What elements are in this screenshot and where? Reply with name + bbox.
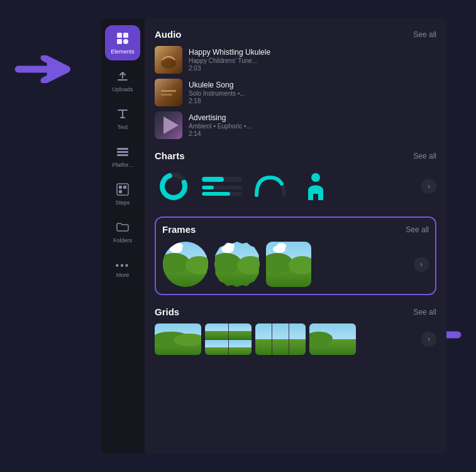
grids-section: Grids See all	[155, 306, 436, 355]
frames-chevron[interactable]: ›	[414, 257, 429, 272]
charts-section-header: Charts See all	[155, 150, 436, 161]
grids-row: ›	[155, 323, 436, 355]
steps-icon	[116, 183, 130, 198]
audio-see-all[interactable]: See all	[413, 30, 436, 39]
left-arrow	[13, 55, 75, 83]
svg-rect-8	[119, 186, 122, 189]
svg-rect-10	[119, 190, 122, 193]
audio-section-title: Audio	[155, 29, 182, 40]
chart-person[interactable]	[297, 167, 335, 205]
more-icon: •••	[116, 261, 130, 271]
svg-rect-2	[117, 39, 122, 44]
frame-scallop[interactable]	[214, 241, 260, 288]
audio-subtitle-2: Solo Instruments •...	[189, 90, 436, 97]
chart-progress[interactable]	[200, 167, 244, 205]
frames-row: ›	[162, 241, 429, 288]
charts-row: ›	[155, 167, 436, 205]
grids-section-title: Grids	[155, 306, 179, 317]
chart-donut[interactable]	[155, 167, 192, 205]
frame-rounded-rect[interactable]	[265, 241, 312, 288]
elements-label: Elements	[111, 48, 135, 55]
sidebar-item-more[interactable]: ••• More	[105, 252, 140, 287]
uploads-icon	[116, 69, 130, 85]
folders-label: Folders	[113, 237, 132, 244]
audio-section: Audio See all	[155, 29, 436, 139]
frames-section: Frames See all	[155, 216, 436, 295]
grid-item-1[interactable]	[155, 323, 201, 355]
audio-title-1: Happy Whistling Ukulele	[189, 48, 436, 57]
grid-item-3[interactable]	[255, 323, 306, 355]
audio-section-header: Audio See all	[155, 29, 436, 40]
svg-rect-15	[161, 94, 172, 96]
audio-info-1: Happy Whistling Ukulele Happy Childrens'…	[189, 48, 436, 72]
scene: Elements Uploads Text	[0, 0, 476, 472]
audio-subtitle-3: Ambient • Euphoric •...	[189, 123, 436, 130]
svg-rect-4	[117, 148, 128, 150]
svg-rect-1	[123, 33, 128, 38]
steps-label: Steps	[115, 199, 130, 206]
sidebar-item-steps[interactable]: Steps	[105, 176, 140, 211]
sidebar-item-platform[interactable]: Platfor...	[105, 138, 140, 174]
audio-list: Happy Whistling Ukulele Happy Childrens'…	[155, 46, 436, 139]
chart-arc[interactable]	[252, 167, 289, 205]
charts-see-all[interactable]: See all	[413, 152, 436, 160]
svg-rect-6	[117, 154, 128, 156]
audio-item-1[interactable]: Happy Whistling Ukulele Happy Childrens'…	[155, 46, 436, 74]
svg-rect-14	[161, 90, 176, 92]
elements-icon	[116, 31, 130, 47]
charts-section-title: Charts	[155, 150, 185, 161]
content-area: Audio See all	[145, 19, 446, 453]
sidebar-item-elements[interactable]: Elements	[105, 25, 140, 60]
svg-rect-5	[117, 151, 128, 153]
sidebar: Elements Uploads Text	[101, 19, 145, 453]
audio-title-2: Ukulele Song	[189, 81, 436, 89]
audio-duration-2: 2:18	[189, 98, 436, 104]
grid-item-2[interactable]	[205, 323, 252, 355]
frames-section-header: Frames See all	[162, 224, 429, 235]
frame-circle[interactable]	[162, 241, 209, 288]
text-icon	[116, 107, 130, 123]
svg-rect-13	[155, 79, 182, 106]
audio-thumb-2	[155, 79, 182, 106]
charts-section: Charts See all	[155, 150, 436, 205]
sidebar-item-folders[interactable]: Folders	[105, 214, 140, 249]
folders-icon	[116, 220, 130, 236]
svg-rect-7	[117, 184, 128, 195]
grids-section-header: Grids See all	[155, 306, 436, 317]
more-label: More	[116, 272, 130, 278]
platform-icon	[116, 145, 130, 160]
svg-point-3	[123, 39, 128, 44]
svg-rect-9	[123, 186, 126, 189]
audio-info-3: Advertising Ambient • Euphoric •... 2:14	[189, 113, 436, 137]
grids-chevron[interactable]: ›	[421, 332, 436, 347]
svg-point-20	[311, 173, 320, 182]
platform-label: Platfor...	[112, 162, 133, 168]
svg-point-12	[161, 59, 176, 69]
sidebar-item-text[interactable]: Text	[105, 101, 140, 136]
text-label: Text	[118, 124, 128, 130]
audio-subtitle-1: Happy Childrens' Tune...	[189, 57, 436, 64]
audio-item-3[interactable]: Advertising Ambient • Euphoric •... 2:14	[155, 111, 436, 139]
charts-chevron[interactable]: ›	[421, 179, 436, 194]
frames-see-all[interactable]: See all	[406, 225, 429, 234]
audio-duration-1: 2:03	[189, 65, 436, 72]
audio-thumb-3	[155, 111, 182, 139]
svg-rect-0	[117, 33, 122, 38]
audio-item-2[interactable]: Ukulele Song Solo Instruments •... 2:18	[155, 79, 436, 106]
audio-title-3: Advertising	[189, 113, 436, 122]
grids-see-all[interactable]: See all	[413, 308, 436, 317]
main-panel: Elements Uploads Text	[101, 19, 446, 453]
audio-duration-3: 2:14	[189, 130, 436, 137]
uploads-label: Uploads	[112, 86, 133, 93]
frames-section-title: Frames	[162, 224, 196, 235]
audio-info-2: Ukulele Song Solo Instruments •... 2:18	[189, 81, 436, 104]
audio-thumb-1	[155, 46, 182, 74]
grid-item-4[interactable]	[309, 323, 356, 355]
sidebar-item-uploads[interactable]: Uploads	[105, 63, 140, 98]
